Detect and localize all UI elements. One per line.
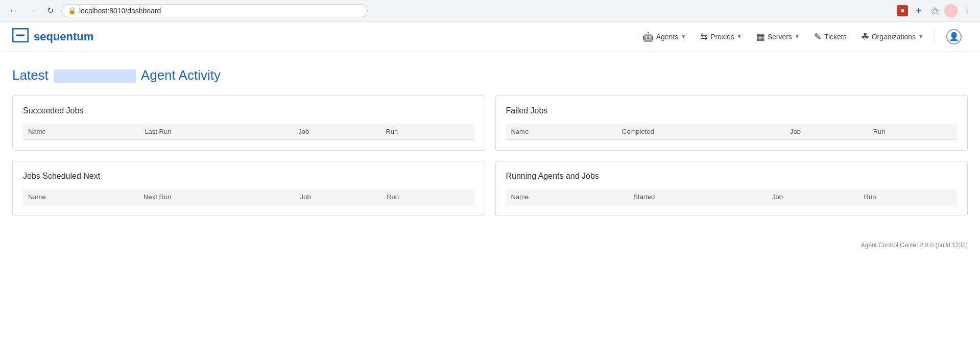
succeeded-jobs-title: Succeeded Jobs xyxy=(23,106,474,115)
running-jobs-table: Name Started Job Run xyxy=(506,189,958,205)
agents-caret: ▼ xyxy=(681,34,686,39)
page-title: Latest Agent Activity xyxy=(12,67,968,83)
user-avatar[interactable] xyxy=(944,4,958,17)
nav-user[interactable]: 👤 xyxy=(940,25,968,49)
url-display: localhost:8010/dashboard xyxy=(79,7,361,15)
tickets-icon: ✎ xyxy=(814,31,822,42)
nav-organizations[interactable]: ☘ Organizations ▼ xyxy=(855,27,929,46)
failed-jobs-table: Name Completed Job Run xyxy=(506,124,958,140)
nav-divider xyxy=(935,29,935,44)
running-col-started: Started xyxy=(628,189,767,205)
logo-text: sequentum xyxy=(34,30,93,43)
footer-text: Agent Control Center 2.8.0 (build 1238) xyxy=(861,242,968,249)
succeeded-col-name: Name xyxy=(23,124,139,140)
back-button[interactable]: ← xyxy=(6,4,20,18)
extension-add-icon[interactable]: + xyxy=(912,4,926,18)
scheduled-jobs-header-row: Name Next Run Job Run xyxy=(23,189,474,205)
proxies-icon: ⇆ xyxy=(700,31,708,42)
dashboard-grid: Succeeded Jobs Name Last Run Job Run Fai… xyxy=(12,96,968,216)
browser-menu-button[interactable]: ⋮ xyxy=(960,4,974,18)
reload-button[interactable]: ↻ xyxy=(43,4,57,18)
succeeded-col-run: Run xyxy=(380,124,474,140)
succeeded-jobs-table: Name Last Run Job Run xyxy=(23,124,474,140)
nav-proxies-label: Proxies xyxy=(710,33,734,41)
nav-agents-label: Agents xyxy=(656,33,679,41)
main-content: Latest Agent Activity Succeeded Jobs Nam… xyxy=(0,52,980,228)
logo-link[interactable]: sequentum xyxy=(12,28,93,45)
proxies-caret: ▼ xyxy=(737,34,742,39)
servers-icon: ▦ xyxy=(756,31,765,42)
app-header: sequentum 🤖 Agents ▼ ⇆ Proxies ▼ ▦ Serve… xyxy=(0,21,980,52)
succeeded-col-job: Job xyxy=(293,124,380,140)
security-icon: 🔒 xyxy=(68,7,76,14)
browser-extensions: ■ + ⚝ ⋮ xyxy=(895,4,974,18)
logo-icon xyxy=(12,28,29,45)
extensions-puzzle-icon[interactable]: ⚝ xyxy=(928,4,942,18)
user-profile-icon: 👤 xyxy=(946,29,962,44)
nav-servers-label: Servers xyxy=(768,33,792,41)
running-jobs-title: Running Agents and Jobs xyxy=(506,172,958,181)
running-jobs-card: Running Agents and Jobs Name Started Job… xyxy=(495,161,968,216)
scheduled-col-name: Name xyxy=(23,189,138,205)
running-col-name: Name xyxy=(506,189,629,205)
running-col-job: Job xyxy=(767,189,859,205)
agents-icon: 🤖 xyxy=(642,31,654,42)
succeeded-jobs-card: Succeeded Jobs Name Last Run Job Run xyxy=(12,96,485,151)
scheduled-col-nextrun: Next Run xyxy=(138,189,295,205)
failed-jobs-card: Failed Jobs Name Completed Job Run xyxy=(495,96,968,151)
running-col-run: Run xyxy=(859,189,957,205)
failed-col-completed: Completed xyxy=(617,124,785,140)
scheduled-jobs-title: Jobs Scheduled Next xyxy=(23,172,474,181)
servers-caret: ▼ xyxy=(795,34,800,39)
succeeded-jobs-header-row: Name Last Run Job Run xyxy=(23,124,474,140)
nav-tickets[interactable]: ✎ Tickets xyxy=(808,27,853,46)
footer: Agent Control Center 2.8.0 (build 1238) xyxy=(0,233,980,257)
scheduled-col-job: Job xyxy=(295,189,381,205)
running-jobs-header-row: Name Started Job Run xyxy=(506,189,958,205)
scheduled-col-run: Run xyxy=(381,189,474,205)
organizations-caret: ▼ xyxy=(918,34,923,39)
failed-jobs-header-row: Name Completed Job Run xyxy=(506,124,958,140)
failed-jobs-title: Failed Jobs xyxy=(506,106,958,115)
nav-servers[interactable]: ▦ Servers ▼ xyxy=(750,27,806,46)
forward-button[interactable]: → xyxy=(25,4,39,18)
organizations-icon: ☘ xyxy=(861,31,869,42)
main-nav: 🤖 Agents ▼ ⇆ Proxies ▼ ▦ Servers ▼ ✎ Tic… xyxy=(636,25,968,49)
redacted-text xyxy=(54,69,136,83)
failed-col-name: Name xyxy=(506,124,617,140)
nav-organizations-label: Organizations xyxy=(872,33,916,41)
title-prefix: Latest xyxy=(12,67,49,83)
scheduled-jobs-card: Jobs Scheduled Next Name Next Run Job Ru… xyxy=(12,161,485,216)
address-bar[interactable]: 🔒 localhost:8010/dashboard xyxy=(61,4,368,17)
extension-red-icon[interactable]: ■ xyxy=(895,4,910,18)
scheduled-jobs-table: Name Next Run Job Run xyxy=(23,189,474,205)
nav-tickets-label: Tickets xyxy=(824,33,847,41)
title-suffix: Agent Activity xyxy=(141,67,221,83)
failed-col-run: Run xyxy=(868,124,957,140)
failed-col-job: Job xyxy=(785,124,868,140)
nav-proxies[interactable]: ⇆ Proxies ▼ xyxy=(694,27,748,46)
nav-agents[interactable]: 🤖 Agents ▼ xyxy=(636,27,692,46)
browser-chrome: ← → ↻ 🔒 localhost:8010/dashboard ■ + ⚝ ⋮ xyxy=(0,0,980,21)
succeeded-col-lastrun: Last Run xyxy=(139,124,293,140)
